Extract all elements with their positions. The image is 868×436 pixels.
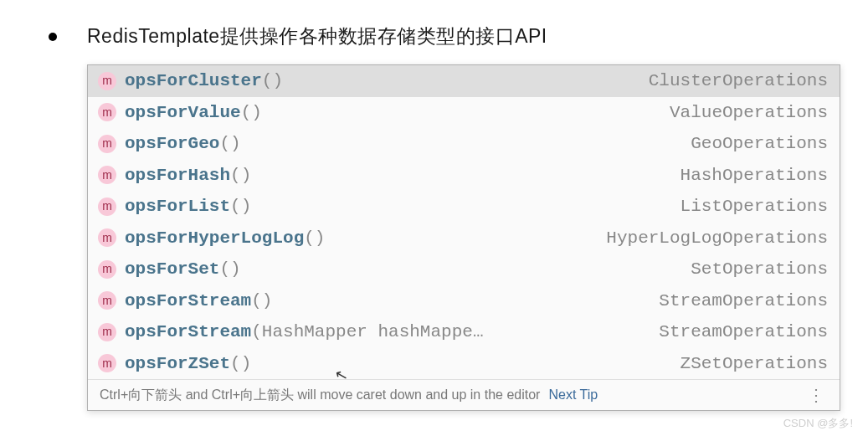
completion-popup: mopsForCluster()ClusterOperationsmopsFor… xyxy=(87,64,840,411)
return-type: ClusterOperations xyxy=(649,68,828,95)
method-name: opsForZSet xyxy=(125,351,230,377)
bullet-heading-row: RedisTemplate提供操作各种数据存储类型的接口API xyxy=(49,23,851,49)
method-icon: m xyxy=(98,103,116,121)
return-type: HyperLogLogOperations xyxy=(606,225,828,252)
return-type: GeoOperations xyxy=(691,131,828,157)
method-name: opsForStream xyxy=(125,319,251,346)
method-params: () xyxy=(219,256,240,283)
method-icon: m xyxy=(98,354,116,372)
completion-item[interactable]: mopsForHyperLogLog()HyperLogLogOperation… xyxy=(88,223,840,254)
completion-item[interactable]: mopsForGeo()GeoOperations xyxy=(88,128,840,160)
method-params: () xyxy=(262,68,283,95)
completion-list: mopsForCluster()ClusterOperationsmopsFor… xyxy=(88,65,840,379)
method-icon: m xyxy=(98,291,116,310)
next-tip-link[interactable]: Next Tip xyxy=(548,387,598,403)
completion-item[interactable]: mopsForStream(HashMapper hashMappe…Strea… xyxy=(88,316,840,348)
completion-item[interactable]: mopsForStream()StreamOperations xyxy=(88,285,840,317)
more-options-icon[interactable]: ⋮ xyxy=(804,385,828,405)
return-type: HashOperations xyxy=(681,162,828,189)
method-params: () xyxy=(219,131,240,157)
return-type: StreamOperations xyxy=(659,319,828,346)
watermark-text: CSDN @多多! xyxy=(783,416,853,431)
method-name: opsForHash xyxy=(125,162,230,189)
page-heading: RedisTemplate提供操作各种数据存储类型的接口API xyxy=(87,23,547,49)
footer-hint: Ctrl+向下箭头 and Ctrl+向上箭头 will move caret … xyxy=(100,387,540,404)
method-name: opsForGeo xyxy=(125,131,219,157)
return-type: ZSetOperations xyxy=(681,351,828,377)
method-params: () xyxy=(304,225,325,252)
completion-item[interactable]: mopsForCluster()ClusterOperations xyxy=(88,65,840,97)
method-name: opsForList xyxy=(125,193,230,220)
completion-item[interactable]: mopsForList()ListOperations xyxy=(88,191,840,223)
method-params: () xyxy=(230,193,251,220)
method-params: (HashMapper hashMappe… xyxy=(251,319,483,346)
return-type: StreamOperations xyxy=(659,288,828,315)
completion-item[interactable]: mopsForHash()HashOperations xyxy=(88,160,840,192)
completion-footer: Ctrl+向下箭头 and Ctrl+向上箭头 will move caret … xyxy=(88,379,840,410)
method-icon: m xyxy=(98,260,116,279)
method-icon: m xyxy=(98,166,116,184)
method-icon: m xyxy=(98,197,116,216)
return-type: ValueOperations xyxy=(670,100,828,126)
method-icon: m xyxy=(98,72,116,90)
return-type: ListOperations xyxy=(681,193,828,220)
method-name: opsForSet xyxy=(125,256,219,283)
method-params: () xyxy=(230,162,251,189)
completion-item[interactable]: mopsForZSet()ZSetOperations xyxy=(88,348,840,380)
method-icon: m xyxy=(98,228,116,247)
method-params: () xyxy=(230,351,251,377)
method-name: opsForHyperLogLog xyxy=(125,225,304,252)
method-icon: m xyxy=(98,323,116,341)
method-name: opsForCluster xyxy=(125,68,262,95)
bullet-icon xyxy=(49,33,57,41)
method-params: () xyxy=(251,288,272,315)
completion-item[interactable]: mopsForSet()SetOperations xyxy=(88,254,840,285)
return-type: SetOperations xyxy=(691,256,828,283)
method-name: opsForValue xyxy=(125,100,241,126)
method-name: opsForStream xyxy=(125,288,251,315)
method-icon: m xyxy=(98,135,116,153)
completion-item[interactable]: mopsForValue()ValueOperations xyxy=(88,97,840,129)
method-params: () xyxy=(241,100,262,126)
